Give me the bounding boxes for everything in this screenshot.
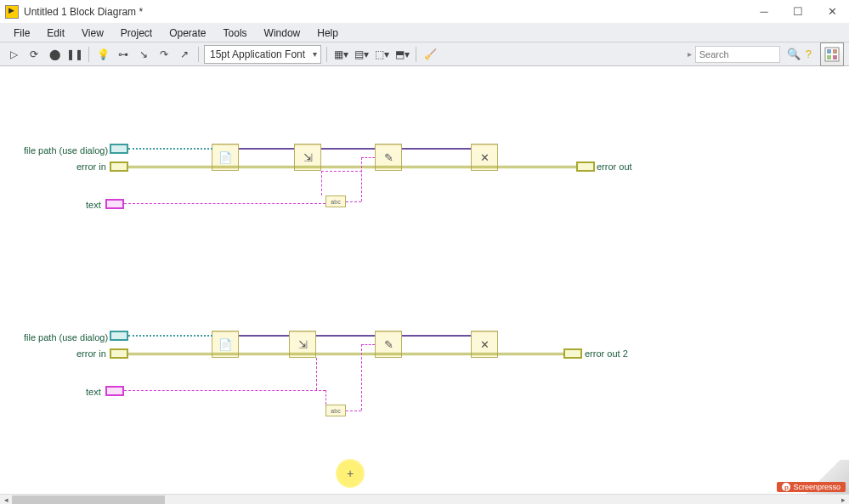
filepath-label-2: file path (use dialog) (24, 332, 108, 343)
menu-file[interactable]: File (5, 25, 38, 41)
svg-rect-4 (833, 55, 837, 59)
retain-wire-values-button[interactable]: ⊶ (115, 46, 132, 63)
filepath-control-2[interactable] (110, 331, 128, 341)
wire (316, 335, 375, 337)
wire (128, 148, 212, 150)
errorout-indicator-2[interactable] (563, 348, 582, 359)
text-control-2[interactable] (105, 386, 124, 396)
string-wire (346, 411, 361, 411)
string-wire (361, 344, 375, 345)
step-out-button[interactable]: ↗ (176, 46, 193, 63)
cleanup-button[interactable]: 🧹 (422, 46, 439, 63)
menu-bar: File Edit View Project Operate Tools Win… (0, 24, 849, 42)
errorout-indicator[interactable] (576, 161, 595, 172)
text-control[interactable] (105, 199, 124, 209)
run-continuous-button[interactable]: ⟳ (25, 46, 42, 63)
help-icon[interactable]: ? (806, 48, 812, 60)
errorout-label: error out (597, 161, 632, 172)
string-wire (124, 390, 325, 391)
wire (128, 335, 212, 337)
string-wire (124, 203, 325, 204)
errorin-control[interactable] (110, 161, 128, 172)
step-over-button[interactable]: ↷ (156, 46, 173, 63)
wire (239, 335, 289, 337)
menu-window[interactable]: Window (256, 25, 309, 41)
screenpresso-watermark: Screenpresso (777, 482, 846, 492)
search-icon[interactable]: 🔍 (787, 48, 801, 60)
string-wire (316, 358, 317, 390)
string-wire (346, 201, 361, 202)
search-input[interactable] (695, 46, 780, 63)
menu-edit[interactable]: Edit (38, 25, 73, 41)
concat-strings-node-2[interactable]: abc (325, 405, 346, 416)
wire (321, 148, 375, 150)
title-bar: Untitled 1 Block Diagram * ─ ☐ ✕ (0, 0, 849, 24)
string-wire (325, 390, 326, 405)
run-button[interactable]: ▷ (5, 46, 22, 63)
menu-tools[interactable]: Tools (215, 25, 256, 41)
close-button[interactable]: ✕ (815, 0, 849, 24)
menu-project[interactable]: Project (112, 25, 161, 41)
reorder-button[interactable]: ⬒▾ (393, 46, 410, 63)
concat-strings-node[interactable]: abc (325, 195, 346, 207)
string-wire (361, 157, 362, 201)
app-icon (5, 5, 19, 19)
wire (239, 148, 294, 150)
cursor-highlight: + (336, 459, 365, 488)
maximize-button[interactable]: ☐ (781, 0, 815, 24)
font-selector[interactable]: 15pt Application Font (204, 45, 321, 64)
text-label: text (86, 200, 101, 210)
highlight-execution-button[interactable]: 💡 (94, 46, 111, 63)
toolbar: ▷ ⟳ ⬤ ❚❚ 💡 ⊶ ↘ ↷ ↗ 15pt Application Font… (0, 42, 849, 66)
distribute-button[interactable]: ▤▾ (353, 46, 370, 63)
filepath-control[interactable] (110, 144, 128, 154)
menu-operate[interactable]: Operate (161, 25, 214, 41)
errorin-label: error in (76, 161, 106, 172)
menu-view[interactable]: View (73, 25, 112, 41)
menu-help[interactable]: Help (308, 25, 347, 41)
connector-pane-icon[interactable] (820, 42, 844, 66)
svg-rect-1 (827, 49, 831, 54)
horizontal-scrollbar[interactable]: ◂ ▸ (0, 494, 849, 504)
wire (402, 148, 471, 150)
errorin-control-2[interactable] (110, 348, 128, 359)
abort-button[interactable]: ⬤ (46, 46, 63, 63)
align-button[interactable]: ▦▾ (332, 46, 349, 63)
pause-button[interactable]: ❚❚ (66, 46, 83, 63)
search-dropdown-icon[interactable]: ▸ (688, 49, 692, 59)
string-wire (361, 157, 375, 158)
string-wire (361, 344, 362, 411)
svg-rect-3 (827, 55, 831, 59)
errorin-label-2: error in (76, 348, 106, 359)
error-wire (128, 353, 563, 355)
resize-button[interactable]: ⬚▾ (373, 46, 390, 63)
minimize-button[interactable]: ─ (747, 0, 781, 24)
scrollbar-thumb[interactable] (12, 496, 165, 504)
error-wire (128, 166, 576, 168)
window-title: Untitled 1 Block Diagram * (24, 6, 747, 18)
wire (402, 335, 471, 337)
string-wire (321, 171, 322, 195)
text-label-2: text (86, 387, 101, 397)
step-into-button[interactable]: ↘ (135, 46, 152, 63)
block-diagram-canvas[interactable]: file path (use dialog) error in text err… (0, 66, 849, 494)
string-wire (321, 171, 362, 172)
errorout-label-2: error out 2 (585, 348, 628, 359)
filepath-label: file path (use dialog) (24, 145, 108, 156)
svg-rect-2 (833, 49, 837, 54)
